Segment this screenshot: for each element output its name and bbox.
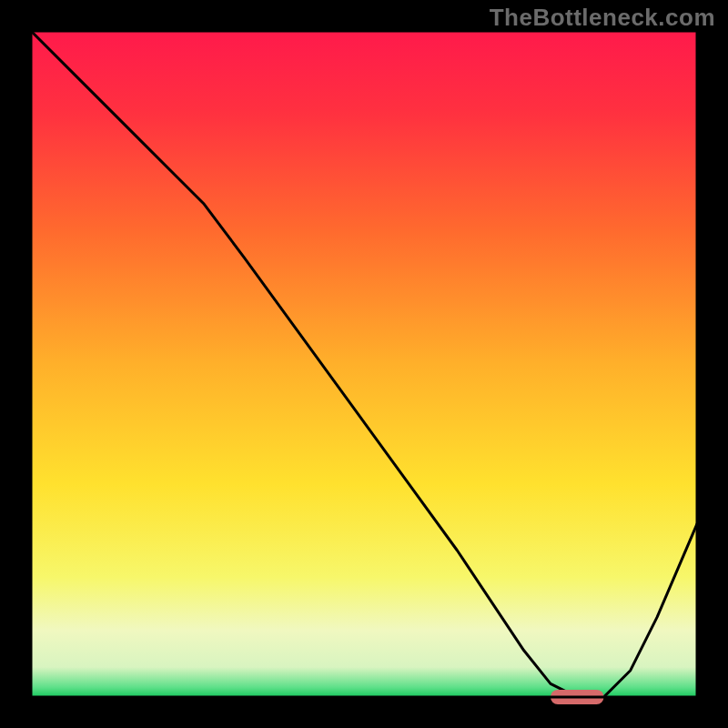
bottleneck-chart [0, 0, 728, 728]
chart-container: TheBottleneck.com [0, 0, 728, 728]
watermark-text: TheBottleneck.com [490, 4, 715, 32]
